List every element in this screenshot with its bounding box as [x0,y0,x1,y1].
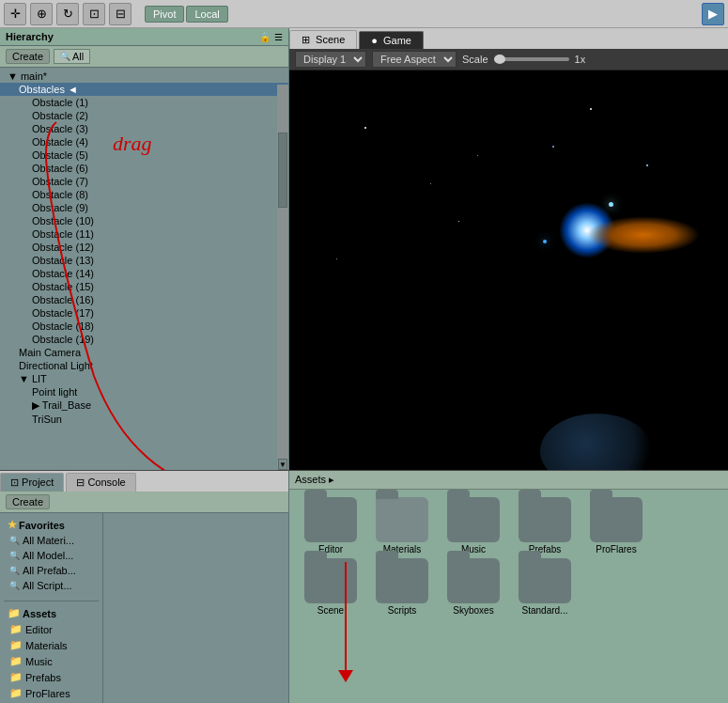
hierarchy-item-obs19[interactable]: Obstacle (19) [0,333,288,346]
project-content: ★ Favorites 🔍 All Materi... 🔍 All Model.… [0,513,288,703]
asset-folder-scripts[interactable]: Scripts [368,558,436,616]
tab-console[interactable]: ⊟ Console [66,473,135,492]
main-layout: Hierarchy 🔒 ☰ Create 🔍 All ▼ main* Obsta… [0,28,728,470]
favorites-title: Favorites [19,520,65,531]
asset-list-proflares[interactable]: 📁 ProFlares [4,685,99,701]
hierarchy-item-obs4[interactable]: Obstacle (4) [0,135,288,148]
asset-folder-standard[interactable]: Standard... [511,558,579,616]
project-create-button[interactable]: Create [6,494,50,509]
fav-search-icon-4: 🔍 [9,581,20,590]
local-button[interactable]: Local [186,6,227,23]
hierarchy-item-obs14[interactable]: Obstacle (14) [0,267,288,280]
hierarchy-item-obs3[interactable]: Obstacle (3) [0,122,288,135]
asset-folder-scene[interactable]: Scene [297,558,364,616]
assets-path-label: Assets ▸ [295,474,334,486]
scale-slider-thumb[interactable] [494,55,505,64]
transform-icon[interactable]: ⊟ [109,3,132,25]
asset-folder-icon-music: 📁 [9,655,23,667]
fav-label-3: All Prefab... [23,565,76,576]
hierarchy-item-directionallight[interactable]: Directional Light [0,359,288,372]
hierarchy-item-obs8[interactable]: Obstacle (8) [0,188,288,201]
move-icon[interactable]: ✛ [4,3,26,25]
fav-item-prefabs[interactable]: 🔍 All Prefab... [4,563,99,578]
fav-item-materials[interactable]: 🔍 All Materi... [4,533,99,548]
hierarchy-item-obs11[interactable]: Obstacle (11) [0,227,288,241]
assets-folder-icon: 📁 [8,607,21,619]
game-toolbar: Display 1 Free Aspect Scale 1x [289,49,728,70]
star-4 [430,183,431,184]
lock-icon[interactable]: 🔒 [259,32,271,42]
assets-left-title: Assets [23,608,56,619]
hierarchy-scrollbar[interactable]: ▼ [277,85,288,470]
asset-folder-icon-materials: 📁 [9,639,23,651]
hierarchy-item-pointlight[interactable]: Point light [0,385,288,398]
star-3 [590,108,592,110]
asset-folder-icon-proflares: 📁 [9,687,23,699]
tab-project[interactable]: ⊡ Project [0,473,64,492]
search-all-field[interactable]: 🔍 All [54,49,90,64]
scale-label: Scale [462,54,488,65]
display-select[interactable]: Display 1 [295,51,366,68]
assets-grid[interactable]: Editor Materials Music Prefabs ProFlares… [289,490,728,623]
folder-icon-standard [519,558,571,603]
play-button[interactable]: ▶ [702,3,724,25]
asset-list-materials[interactable]: 📁 Materials [4,637,99,653]
hierarchy-item-obs12[interactable]: Obstacle (12) [0,241,288,254]
refresh-icon[interactable]: ↻ [56,3,79,25]
scale-value: 1x [575,54,586,65]
fav-item-models[interactable]: 🔍 All Model... [4,548,99,563]
asset-folder-music[interactable]: Music [440,497,507,555]
rect-tool-icon[interactable]: ⊡ [83,3,105,25]
asset-folder-materials[interactable]: Materials [368,497,436,555]
console-tab-icon: ⊟ [76,476,87,488]
tab-scene[interactable]: ⊞ Scene [289,30,357,49]
hierarchy-item-maincamera[interactable]: Main Camera [0,346,288,359]
folder-icon-proflares [590,497,643,542]
game-view [289,70,728,470]
hierarchy-menu-icon[interactable]: ☰ [274,32,283,42]
asset-list-prefabs[interactable]: 📁 Prefabs [4,669,99,685]
hierarchy-content[interactable]: ▼ main* Obstacles ◄ Obstacle (1) Obstacl… [0,68,288,470]
hierarchy-scrollbar-thumb[interactable] [278,133,287,208]
tab-game[interactable]: ● Game [359,31,424,49]
hierarchy-item-obs2[interactable]: Obstacle (2) [0,109,288,122]
hierarchy-title: Hierarchy [6,31,54,42]
hierarchy-item-obs17[interactable]: Obstacle (17) [0,306,288,320]
asset-folder-proflares[interactable]: ProFlares [582,497,650,555]
asset-folder-prefabs[interactable]: Prefabs [511,497,579,555]
hierarchy-item-obs1[interactable]: Obstacle (1) [0,96,288,109]
hierarchy-item-lit[interactable]: ▼ LIT [0,372,288,385]
search-icon: 🔍 [60,52,70,61]
aspect-select[interactable]: Free Aspect [372,51,457,68]
scale-slider[interactable] [494,57,569,61]
asset-list-music[interactable]: 📁 Music [4,653,99,669]
asset-label-proflares: ProFlares [25,688,70,699]
hierarchy-item-obs18[interactable]: Obstacle (18) [0,320,288,333]
fav-item-scripts[interactable]: 🔍 All Script... [4,578,99,593]
scrollbar-down-arrow[interactable]: ▼ [278,459,287,470]
asset-folder-skyboxes[interactable]: Skyboxes [440,558,507,616]
hierarchy-item-obs10[interactable]: Obstacle (10) [0,214,288,227]
asset-folder-editor[interactable]: Editor [297,497,364,555]
pivot-button[interactable]: Pivot [145,6,184,23]
asset-list-editor[interactable]: 📁 Editor [4,621,99,637]
fav-label-1: All Materi... [23,535,74,546]
console-tab-label: Console [87,476,125,488]
hierarchy-item-obs5[interactable]: Obstacle (5) [0,148,288,162]
create-button[interactable]: Create [6,49,50,64]
hierarchy-item-obs16[interactable]: Obstacle (16) [0,293,288,306]
scene-game-panel: ⊞ Scene ● Game Display 1 Free Aspect Sca… [289,28,728,470]
hierarchy-item-trailbase[interactable]: ▶ Trail_Base [0,398,288,413]
asset-folder-label-scene: Scene [318,605,344,616]
hierarchy-item-obs13[interactable]: Obstacle (13) [0,254,288,267]
light-glow-orange [587,216,700,254]
hierarchy-item-obs7[interactable]: Obstacle (7) [0,175,288,188]
planet [540,414,653,470]
hierarchy-item-obs15[interactable]: Obstacle (15) [0,280,288,293]
hierarchy-item-obstacles[interactable]: Obstacles ◄ [0,83,288,96]
hierarchy-item-trisun[interactable]: TriSun [0,413,288,426]
hierarchy-item-obs9[interactable]: Obstacle (9) [0,201,288,214]
hierarchy-item-obs6[interactable]: Obstacle (6) [0,162,288,175]
rotate-icon[interactable]: ⊕ [30,3,53,25]
hierarchy-item-main[interactable]: ▼ main* [0,70,288,83]
